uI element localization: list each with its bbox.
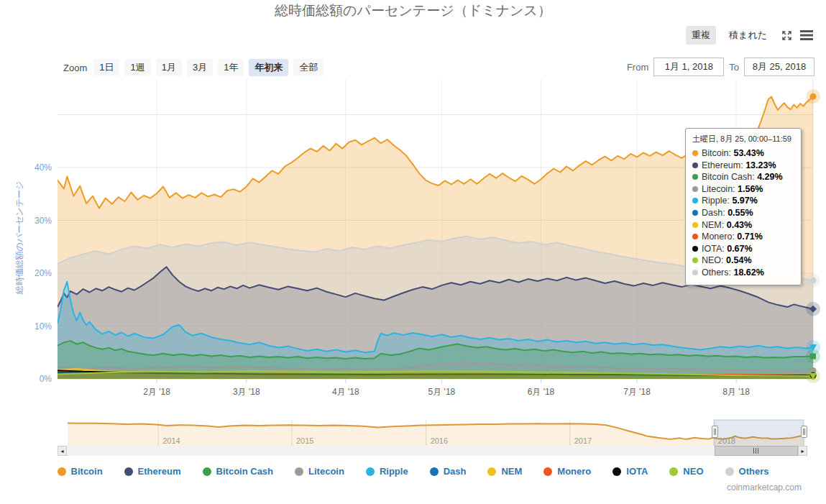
series-color-dot [692, 198, 698, 203]
legend-item-dash[interactable]: Dash [430, 466, 467, 477]
series-color-dot [692, 162, 698, 168]
tooltip-rows: Bitcoin: 53.43%Ethereum: 13.23%Bitcoin C… [692, 147, 794, 279]
legend-label: NEM [501, 466, 522, 477]
tooltip-date-header: 土曜日, 8月 25, 00:00–11:59 [692, 134, 794, 145]
series-color-dot [692, 174, 698, 180]
navigator-handle-left[interactable] [712, 426, 718, 438]
tooltip-row-dash: Dash: 0.55% [692, 207, 794, 219]
navigator-handle-right[interactable] [801, 426, 807, 438]
legend-dot [58, 467, 66, 476]
tooltip-row-bitcoin: Bitcoin: 53.43% [692, 147, 794, 160]
chart-tooltip: 土曜日, 8月 25, 00:00–11:59 Bitcoin: 53.43%E… [685, 128, 802, 285]
legend-item-nem[interactable]: NEM [487, 466, 522, 477]
x-axis-label: 8月 '18 [722, 387, 750, 397]
legend-label: Bitcoin [71, 466, 103, 477]
tooltip-row-bitcoin-cash: Bitcoin Cash: 4.29% [692, 171, 794, 183]
navigator[interactable]: 20142015201620172018 [68, 420, 805, 449]
x-axis-label: 5月 '18 [428, 387, 456, 397]
legend-item-bitcoin[interactable]: Bitcoin [58, 466, 103, 477]
watermark-attribution: coinmarketcap.com [727, 482, 802, 492]
series-color-dot [692, 186, 698, 192]
legend-item-litecoin[interactable]: Litecoin [295, 466, 344, 477]
series-marker-others [810, 278, 817, 284]
y-axis-label: 20% [35, 268, 52, 278]
legend-item-monero[interactable]: Monero [543, 466, 591, 477]
navigator-area [68, 423, 805, 449]
legend-dot [295, 467, 303, 476]
x-axis-label: 2月 '18 [143, 387, 170, 397]
legend-dot [543, 467, 552, 476]
tooltip-row-nem: NEM: 0.43% [692, 219, 794, 232]
tooltip-row-ethereum: Ethereum: 13.23% [692, 160, 794, 172]
navigator-selection[interactable] [715, 420, 804, 449]
coinmarketcap-dominance-chart-page: 総時価総額のパーセンテージ（ドミナンス） 重複 積まれた [0, 0, 826, 504]
series-color-dot [692, 270, 698, 275]
x-axis-label: 6月 '18 [528, 387, 555, 397]
legend-dot [430, 467, 439, 476]
tooltip-row-litecoin: Litecoin: 1.56% [692, 183, 794, 196]
series-color-dot [692, 246, 698, 252]
series-color-dot [692, 257, 698, 263]
tooltip-row-others: Others: 18.62% [692, 267, 794, 279]
series-color-dot [692, 234, 698, 239]
legend-label: NEO [683, 466, 703, 477]
legend-dot [203, 467, 211, 476]
legend-dot [487, 467, 496, 476]
scrollbar-left-arrow[interactable]: ◂ [58, 446, 67, 456]
legend-item-ripple[interactable]: Ripple [366, 466, 408, 477]
y-axis-label: 10% [35, 321, 52, 331]
legend-label: Litecoin [308, 466, 344, 477]
series-color-dot [692, 222, 698, 228]
legend-dot [669, 467, 678, 476]
series-marker-bitcoin [810, 93, 817, 100]
legend-dot [366, 467, 375, 476]
legend-label: Bitcoin Cash [216, 466, 273, 477]
legend-item-bitcoin-cash[interactable]: Bitcoin Cash [203, 466, 273, 477]
y-axis-label: 0% [40, 374, 52, 384]
legend-label: IOTA [626, 466, 648, 477]
series-legend: BitcoinEthereumBitcoin CashLitecoinRippl… [0, 466, 826, 477]
x-axis-label: 4月 '18 [332, 387, 359, 397]
tooltip-row-monero: Monero: 0.71% [692, 231, 794, 243]
scrollbar-thumb[interactable] [715, 446, 798, 456]
series-color-dot [692, 210, 698, 216]
x-axis-label: 3月 '18 [233, 387, 260, 397]
y-axis-label: 40% [35, 162, 52, 173]
legend-dot [124, 467, 133, 476]
y-axis-label: 30% [35, 216, 52, 226]
tooltip-row-ripple: Ripple: 5.97% [692, 195, 794, 207]
legend-item-neo[interactable]: NEO [669, 466, 703, 477]
legend-dot [612, 467, 621, 476]
legend-label: Ethereum [138, 466, 181, 477]
tooltip-row-neo: NEO: 0.54% [692, 255, 794, 267]
legend-label: Monero [557, 466, 591, 477]
x-axis-label: 7月 '18 [623, 387, 651, 397]
legend-item-iota[interactable]: IOTA [612, 466, 648, 477]
legend-label: Others [739, 466, 769, 477]
legend-label: Dash [444, 466, 467, 477]
legend-dot [725, 467, 734, 476]
legend-item-others[interactable]: Others [725, 466, 769, 477]
legend-label: Ripple [380, 466, 408, 477]
legend-item-ethereum[interactable]: Ethereum [124, 466, 181, 477]
scrollbar-track[interactable] [58, 446, 807, 456]
tooltip-row-iota: IOTA: 0.67% [692, 243, 794, 255]
scrollbar-right-arrow[interactable]: ▸ [798, 446, 807, 456]
series-color-dot [692, 150, 698, 156]
